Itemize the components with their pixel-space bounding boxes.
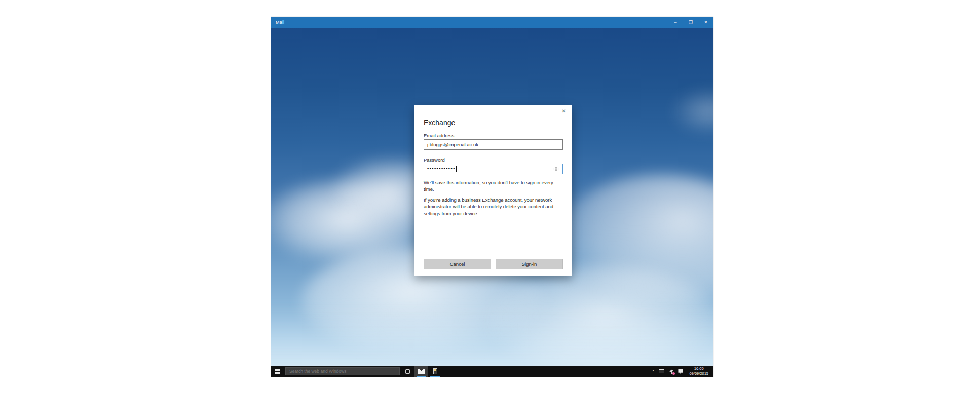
email-label: Email address — [424, 133, 454, 138]
figure-canvas: Mail – ❐ ✕ ✕ Exchange Email address — [0, 0, 980, 393]
mail-app-window: Mail – ❐ ✕ ✕ Exchange Email address — [271, 17, 713, 377]
clock-time: 16:05 — [689, 366, 708, 371]
text-caret — [456, 166, 457, 172]
volume-icon[interactable] — [668, 368, 674, 374]
taskbar-app-store[interactable] — [428, 366, 442, 377]
maximize-button[interactable]: ❐ — [683, 17, 698, 28]
dialog-button-row: Cancel Sign-in — [424, 259, 563, 269]
dialog-body: Exchange Email address Password ••••••••… — [424, 105, 563, 276]
taskbar-app-circle[interactable] — [401, 366, 414, 377]
cloud — [671, 89, 713, 134]
circle-app-icon — [405, 369, 410, 374]
signin-button[interactable]: Sign-in — [496, 259, 563, 269]
hidden-icons-chevron[interactable]: ⌃ — [652, 370, 655, 374]
window-titlebar: Mail – ❐ ✕ — [271, 17, 713, 28]
email-field[interactable] — [424, 139, 563, 150]
system-tray: ⌃ 16:05 09/09/2015 — [652, 366, 713, 377]
display-tray-icon[interactable] — [658, 368, 664, 374]
password-label: Password — [424, 157, 445, 163]
password-reveal-icon[interactable] — [553, 166, 559, 172]
cloud-haze — [271, 311, 713, 366]
close-button[interactable]: ✕ — [698, 17, 713, 28]
taskbar-clock[interactable]: 16:05 09/09/2015 — [687, 366, 710, 376]
taskbar-app-mail[interactable] — [414, 366, 428, 377]
start-button[interactable] — [271, 366, 284, 377]
cancel-button[interactable]: Cancel — [424, 259, 491, 269]
minimize-button[interactable]: – — [668, 17, 683, 28]
taskbar: ⌃ 16:05 09/09/2015 — [271, 366, 713, 377]
password-field[interactable]: •••••••••••• — [424, 164, 563, 174]
clock-date: 09/09/2015 — [689, 371, 708, 376]
save-info-text: We'll save this information, so you don'… — [424, 179, 563, 193]
action-center-icon[interactable] — [677, 368, 684, 374]
windows-logo-icon — [275, 369, 280, 374]
window-controls: – ❐ ✕ — [668, 17, 713, 28]
exchange-signin-dialog: ✕ Exchange Email address Password ••••••… — [414, 105, 572, 276]
store-app-icon — [433, 368, 437, 374]
admin-info-text: If you're adding a business Exchange acc… — [424, 196, 563, 217]
password-dots: •••••••••••• — [427, 167, 456, 171]
window-title: Mail — [271, 20, 284, 25]
dialog-title: Exchange — [424, 119, 455, 127]
search-input[interactable] — [286, 369, 399, 374]
notification-badge — [672, 372, 675, 375]
mail-icon — [418, 369, 425, 374]
taskbar-search-box[interactable] — [285, 367, 400, 375]
